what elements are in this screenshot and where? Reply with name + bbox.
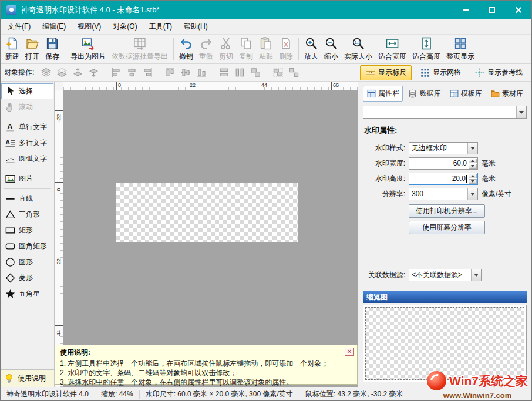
menu-item[interactable]: 文件(F) <box>2 19 36 34</box>
panel-tab-props[interactable]: 属性栏 <box>363 86 403 102</box>
toolbar-button-new[interactable]: 新建 <box>2 35 22 63</box>
menu-item[interactable]: 编辑(E) <box>36 19 72 34</box>
toolbar-button-export[interactable]: 导出为图片 <box>68 35 109 63</box>
close-button[interactable] <box>505 1 531 19</box>
toolbar-button-zoom-actual[interactable]: 1:1 实际大小 <box>341 35 375 63</box>
watermark-height-input[interactable]: 20.0 <box>409 173 478 185</box>
use-printer-resolution-button[interactable]: 使用打印机分辨率... <box>409 204 485 218</box>
spin-down-icon <box>469 164 477 169</box>
minimize-button[interactable] <box>452 1 479 19</box>
object-tool-button-same-size[interactable] <box>248 66 263 80</box>
object-selector-dropdown[interactable] <box>363 106 527 119</box>
align-h-center-icon <box>126 67 137 78</box>
palette-tool-diamond[interactable]: 菱形 <box>1 270 53 286</box>
object-tool-button-align-h-center[interactable] <box>124 66 139 80</box>
toolbar-button-save[interactable]: 保存 <box>42 35 62 63</box>
watermark-style-select[interactable]: 无边框水印 <box>409 142 478 154</box>
menu-item[interactable]: 对象(O) <box>107 19 143 34</box>
toolbar-button-undo[interactable]: 撤销 <box>176 35 196 63</box>
toolbar-button-label: 缩小 <box>324 52 338 62</box>
toolbar-button-open[interactable]: 打开 <box>22 35 42 63</box>
object-tool-button-align-right[interactable] <box>140 66 155 80</box>
canvas-area[interactable]: 0224466 -2202244 ✕ 使用说明: 1. 左侧工具栏中选择一个功能… <box>55 82 358 387</box>
usage-help-button[interactable]: 使用说明 <box>1 369 54 387</box>
palette-tool-text-arc[interactable]: 圆弧文字 <box>1 151 53 167</box>
palette-tool-round-rect[interactable]: 圆角矩形 <box>1 238 53 254</box>
usage-note-close-icon[interactable]: ✕ <box>345 348 354 356</box>
toolbar-button-fit-width[interactable]: 适合宽度 <box>375 35 409 63</box>
canvas[interactable] <box>63 90 358 387</box>
use-screen-resolution-button[interactable]: 使用屏幕分辨率 <box>409 221 485 234</box>
zoom-in-icon <box>304 36 318 50</box>
object-tool-button-same-width[interactable] <box>217 66 231 80</box>
object-tool-button-align-top[interactable] <box>163 66 177 80</box>
height-label: 水印高度: <box>363 174 405 184</box>
toolbar-button-cut[interactable]: 剪切 <box>216 35 236 63</box>
toolbar-button-zoom-in[interactable]: 放大 <box>301 35 321 63</box>
resolution-select[interactable]: 300 <box>409 188 478 200</box>
toolbar-button-redo[interactable]: 重做 <box>196 35 216 63</box>
vertical-ruler-tick: 44 <box>55 325 63 342</box>
toolbar-button-delete[interactable]: 删除 <box>276 35 296 63</box>
palette-tool-label: 三角形 <box>19 210 40 220</box>
watermark-width-input[interactable]: 60.0 <box>409 157 478 170</box>
object-tool-button-align-left[interactable] <box>109 66 123 80</box>
tool-palette: 选择 滚动 A 单行文字 A 多行文字 圆弧文字 <box>1 82 55 387</box>
menu-item[interactable]: 工具(T) <box>143 19 178 34</box>
view-toggle-button-ruler[interactable]: 显示标尺 <box>360 65 412 80</box>
toolbar-button-zoom-out[interactable]: 缩小 <box>321 35 341 63</box>
object-tool-button-align-v-center[interactable] <box>179 66 193 80</box>
separator <box>173 38 174 60</box>
toolbar-button-label: 撤销 <box>179 52 193 62</box>
width-spinner[interactable] <box>469 159 477 169</box>
toolbar-button-paste[interactable]: 粘贴 <box>256 35 276 63</box>
ruler-corner <box>55 82 63 90</box>
layer-down-icon <box>88 67 99 78</box>
view-toggle-button-guides[interactable]: 显示参考线 <box>469 65 528 80</box>
palette-tool-select[interactable]: 选择 <box>1 83 53 99</box>
panel-tab-template[interactable]: 模板库 <box>446 86 486 102</box>
palette-tool-line[interactable]: 直线 <box>1 191 53 207</box>
height-spinner[interactable] <box>469 174 477 184</box>
panel-tab-material[interactable]: 素材库 <box>487 86 527 102</box>
palette-tool-star[interactable]: 五角星 <box>1 286 53 302</box>
object-tool-button-layer-back[interactable] <box>55 66 69 80</box>
palette-tool-circle[interactable]: 圆形 <box>1 254 53 270</box>
toolbar-button-batch[interactable]: 依数据源批量导出 <box>109 35 171 63</box>
toolbar-button-copy[interactable]: 复制 <box>236 35 256 63</box>
object-tool-button-layer-down[interactable] <box>86 66 101 80</box>
object-tool-button-align-bottom[interactable] <box>194 66 209 80</box>
palette-tool-label: 菱形 <box>19 273 33 283</box>
view-toggle-label: 显示标尺 <box>378 68 406 77</box>
palette-tool-text-multi[interactable]: A 多行文字 <box>1 135 53 151</box>
object-tool-button-layer-up[interactable] <box>70 66 85 80</box>
maximize-button[interactable] <box>479 1 505 19</box>
menu-item[interactable]: 视图(V) <box>72 19 107 34</box>
spin-up-icon <box>469 174 477 178</box>
palette-tool-image[interactable]: 图片 <box>1 171 53 187</box>
palette-tool-label: 五角星 <box>19 289 40 299</box>
datasource-select[interactable]: <不关联数据源> <box>409 269 482 281</box>
palette-tool-triangle[interactable]: 三角形 <box>1 207 53 223</box>
palette-tool-text-single[interactable]: A 单行文字 <box>1 119 53 135</box>
palette-tools: 选择 滚动 A 单行文字 A 多行文字 圆弧文字 <box>1 83 54 302</box>
object-tool-button-layer-front[interactable] <box>39 66 53 80</box>
align-v-center-icon <box>180 67 191 78</box>
usage-help-label: 使用说明 <box>18 373 46 383</box>
toolbar-button-fit-height[interactable]: 适合高度 <box>409 35 443 63</box>
object-tool-button-ungroup[interactable] <box>287 66 301 80</box>
app-icon <box>6 5 16 15</box>
object-tool-button-same-height[interactable] <box>233 66 247 80</box>
watermark-canvas[interactable] <box>116 183 298 242</box>
view-toggle-button-grid[interactable]: 显示网格 <box>415 65 466 80</box>
palette-tool-hand[interactable]: 滚动 <box>1 99 53 115</box>
material-icon <box>490 89 500 99</box>
palette-tool-label: 图片 <box>19 174 33 184</box>
panel-tab-db[interactable]: 数据库 <box>404 86 444 102</box>
palette-tool-label: 选择 <box>19 86 33 96</box>
menu-item[interactable]: 帮助(H) <box>178 19 214 34</box>
zoom-out-icon <box>324 36 338 50</box>
object-tool-button-group[interactable] <box>271 66 285 80</box>
toolbar-button-full-page[interactable]: 整页显示 <box>443 35 477 63</box>
palette-tool-rect[interactable]: 矩形 <box>1 223 53 238</box>
